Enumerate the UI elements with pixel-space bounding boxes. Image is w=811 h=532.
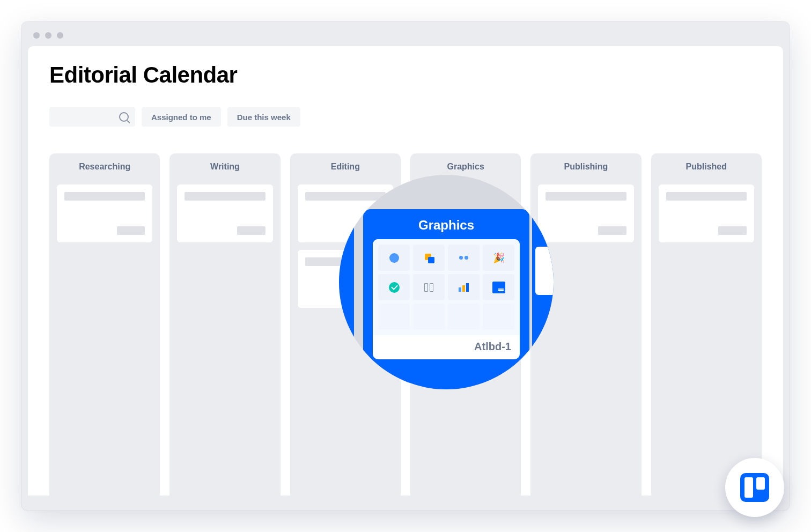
thumb-placeholder xyxy=(483,304,514,330)
column-researching[interactable]: Researching xyxy=(49,153,160,496)
thumb-dots-icon xyxy=(448,245,480,271)
filter-bar: Assigned to me Due this week xyxy=(49,107,762,127)
thumb-placeholder xyxy=(448,304,480,330)
placeholder-line xyxy=(64,192,145,201)
column-title: Graphics xyxy=(418,162,513,172)
column-publishing[interactable]: Publishing xyxy=(530,153,641,496)
placeholder-line xyxy=(237,226,266,235)
trello-badge[interactable] xyxy=(725,458,784,517)
kanban-card[interactable] xyxy=(659,184,754,242)
zoom-lens: Graphics 🎉 xyxy=(339,175,554,389)
column-title: Editing xyxy=(298,162,393,172)
card-cover-grid: 🎉 xyxy=(373,239,520,335)
column-writing[interactable]: Writing xyxy=(169,153,280,496)
thumb-chat-icon xyxy=(378,245,410,271)
thumb-check-icon xyxy=(378,274,410,300)
column-title: Researching xyxy=(57,162,152,172)
kanban-card[interactable] xyxy=(57,184,152,242)
thumb-placeholder xyxy=(413,304,445,330)
thumb-shapes-icon xyxy=(413,245,445,271)
placeholder-line xyxy=(185,192,265,201)
thumb-chart-icon xyxy=(448,274,480,300)
page-title: Editorial Calendar xyxy=(49,62,762,88)
window-controls xyxy=(28,28,783,46)
column-title: Published xyxy=(659,162,754,172)
thumb-columns-icon xyxy=(413,274,445,300)
placeholder-line xyxy=(545,192,626,201)
column-title: Graphics xyxy=(373,218,520,233)
maximize-window-icon[interactable] xyxy=(57,32,63,39)
column-published[interactable]: Published xyxy=(651,153,762,496)
close-window-icon[interactable] xyxy=(33,32,40,39)
thumb-party-icon: 🎉 xyxy=(483,245,514,271)
search-icon xyxy=(119,112,129,122)
placeholder-line xyxy=(666,192,747,201)
column-title: Writing xyxy=(177,162,272,172)
placeholder-line xyxy=(305,192,386,201)
thumb-box-icon xyxy=(483,274,514,300)
thumb-placeholder xyxy=(378,304,410,330)
kanban-card[interactable]: 🎉 Atlbd-1 xyxy=(373,239,520,359)
search-input[interactable] xyxy=(49,107,135,127)
kanban-card[interactable] xyxy=(538,184,633,242)
card-id-label: Atlbd-1 xyxy=(373,335,520,359)
kanban-card[interactable] xyxy=(177,184,272,242)
zoomed-column-graphics: Graphics 🎉 xyxy=(363,209,529,389)
column-title: Publishing xyxy=(538,162,633,172)
window-content: Editorial Calendar Assigned to me Due th… xyxy=(28,46,783,496)
placeholder-line xyxy=(718,226,747,235)
minimize-window-icon[interactable] xyxy=(45,32,51,39)
filter-due-this-week[interactable]: Due this week xyxy=(227,107,300,127)
filter-assigned-to-me[interactable]: Assigned to me xyxy=(142,107,221,127)
app-window: Editorial Calendar Assigned to me Due th… xyxy=(21,21,790,511)
placeholder-line xyxy=(117,226,145,235)
trello-icon xyxy=(740,473,769,502)
placeholder-line xyxy=(598,226,626,235)
